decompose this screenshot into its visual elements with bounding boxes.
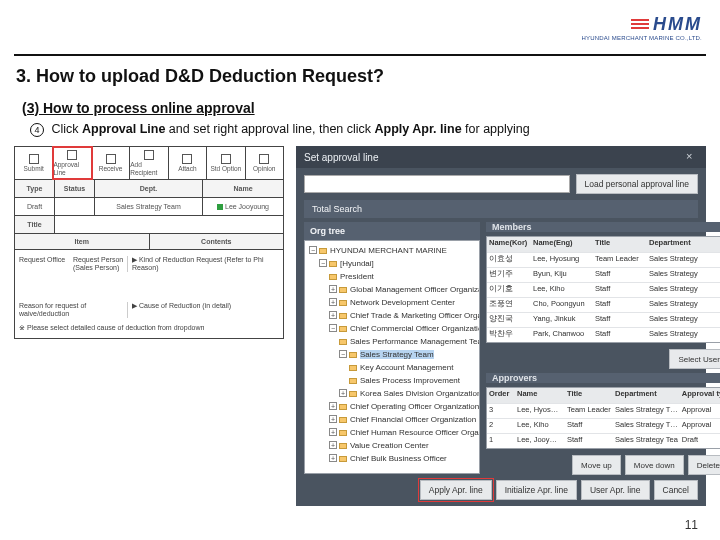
submit-icon [29, 154, 39, 164]
org-tree-header: Org tree [304, 222, 480, 240]
member-row[interactable]: 양진국Yang, JinkukStaffSales Strategy [487, 312, 720, 327]
doc-subtitle: (3) How to process online approval [22, 100, 255, 116]
lab-request-person: Request Person (Sales Person) [73, 256, 127, 272]
apply-apr-line-button[interactable]: Apply Apr. line [420, 480, 492, 500]
member-row[interactable]: 조풍연Cho, PoongyunStaffSales Strategy [487, 297, 720, 312]
tb-add-recipient[interactable]: Add Recipient [130, 147, 168, 179]
presence-icon [217, 204, 223, 210]
approvers-header: Approvers [486, 373, 720, 383]
members-table: Name(Kor) Name(Eng) Title Department 이효성… [486, 236, 720, 343]
form-area: Request Office Request Person (Sales Per… [14, 250, 284, 339]
member-row[interactable]: 박찬우Park, ChanwooStaffSales Strategy [487, 327, 720, 342]
moveup-button[interactable]: Move up [572, 455, 621, 475]
opinion-icon [259, 154, 269, 164]
cancel-button[interactable]: Cancel [654, 480, 698, 500]
org-tree[interactable]: −HYUNDAI MERCHANT MARINE −[Hyundai] Pres… [304, 240, 480, 474]
load-personal-line-button[interactable]: Load personal approval line [576, 174, 698, 194]
val-reason: ▶ Cause of Reduction (in detail) [127, 302, 279, 318]
grid-data-row: Draft Sales Strategy Team Lee Jooyoung [14, 198, 284, 216]
header-rule [14, 54, 706, 56]
approver-row[interactable]: 1Lee, Jooy…StaffSales Strategy TeaDraft [487, 433, 720, 448]
grid-header-row: Type Status Dept. Name [14, 180, 284, 198]
movedown-button[interactable]: Move down [625, 455, 684, 475]
set-approval-line-modal: Set approval line × Load personal approv… [296, 146, 706, 506]
tree-selected[interactable]: Sales Strategy Team [360, 350, 434, 359]
members-header: Members [486, 222, 720, 232]
tb-attach[interactable]: Attach [169, 147, 207, 179]
delete-button[interactable]: Delete [688, 455, 720, 475]
approval-icon [67, 150, 77, 160]
receive-icon [106, 154, 116, 164]
approver-row[interactable]: 3Lee, Hyos…Team LeaderSales Strategy T…A… [487, 403, 720, 418]
brand-name: HMM [653, 14, 702, 35]
add-recipient-icon [144, 150, 154, 160]
member-row[interactable]: 변기주Byun, KijuStaffSales Strategy [487, 267, 720, 282]
tb-opinion[interactable]: Opinion [246, 147, 283, 179]
doc-title: 3. How to upload D&D Deduction Request? [16, 66, 384, 87]
step-number: 4 [30, 123, 44, 137]
std-option-icon [221, 154, 231, 164]
page-header: HMM HYUNDAI MERCHANT MARINE CO.,LTD. [0, 0, 720, 56]
tb-receive[interactable]: Receive [92, 147, 130, 179]
folder-icon [319, 248, 327, 254]
attach-icon [182, 154, 192, 164]
form-note: ※ Please select detailed cause of deduct… [19, 324, 279, 332]
val-kind: ▶ Kind of Reduction Request (Refer to Ph… [127, 256, 279, 272]
total-search-header: Total Search [304, 200, 698, 218]
brand-logo: HMM HYUNDAI MERCHANT MARINE CO.,LTD. [581, 14, 702, 41]
close-icon[interactable]: × [686, 151, 698, 163]
page-number: 11 [685, 518, 698, 532]
lab-request-office: Request Office [19, 256, 73, 272]
tb-approval-line[interactable]: Approval Line [53, 147, 91, 179]
user-apr-line-button[interactable]: User Apr. line [581, 480, 650, 500]
tb-submit[interactable]: Submit [15, 147, 53, 179]
approver-row[interactable]: 2Lee, KihoStaffSales Strategy T…Approval [487, 418, 720, 433]
brand-tagline: HYUNDAI MERCHANT MARINE CO.,LTD. [581, 35, 702, 41]
modal-titlebar: Set approval line × [296, 146, 706, 168]
app-background: Submit Approval Line Receive Add Recipie… [14, 146, 284, 496]
initialize-apr-line-button[interactable]: Initialize Apr. line [496, 480, 577, 500]
approvers-table: Order Name Title Department Approval typ… [486, 387, 720, 449]
tb-std-option[interactable]: Std Option [207, 147, 245, 179]
item-header: Item Contents [14, 234, 284, 250]
select-user-button[interactable]: Select User [669, 349, 720, 369]
member-row[interactable]: 이효성Lee, HyosungTeam LeaderSales Strategy [487, 252, 720, 267]
app-toolbar: Submit Approval Line Receive Add Recipie… [14, 146, 284, 180]
modal-footer: Apply Apr. line Initialize Apr. line Use… [420, 480, 698, 500]
modal-title: Set approval line [304, 152, 379, 163]
title-row: Title [14, 216, 284, 234]
doc-step: 4 Click Approval Line and set right appr… [30, 122, 530, 137]
search-input[interactable] [304, 175, 570, 193]
lab-reason: Reason for request of waive/deduction [19, 302, 127, 318]
collapse-icon[interactable]: − [309, 246, 317, 254]
member-row[interactable]: 이기호Lee, KihoStaffSales Strategy [487, 282, 720, 297]
